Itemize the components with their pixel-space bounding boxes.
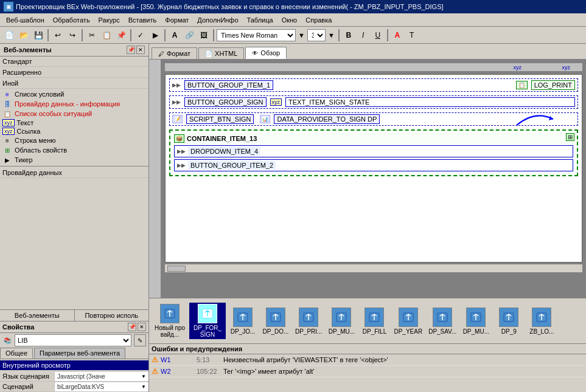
errors-panel: Ошибки и предупреждения ⚠ W1 5:13 Неизве… <box>149 343 586 392</box>
toolbar: 📄 📂 💾 ↩ ↪ ✂ 📋 📌 ✓ ▶ A 🔗 🖼 Times New Roma… <box>0 27 586 44</box>
container-name: CONTAINER_ITEM_13 <box>187 135 257 142</box>
toolbar-link[interactable]: 🔗 <box>183 29 196 42</box>
bottom-tabs: Веб-элементы Повторно исполь <box>0 309 148 322</box>
elem-text[interactable]: xyz Текст <box>0 119 148 127</box>
container-item-13[interactable]: 📦 CONTAINER_ITEM_13 ⊞ ▶▶ DROPDOWN_ITEM_4 <box>169 129 578 176</box>
font-name-select[interactable]: Times New Roman <box>217 29 296 41</box>
dp-label-3: DP_DO... <box>263 328 289 335</box>
toolbar-italic-btn[interactable]: I <box>357 29 370 42</box>
errors-header: Ошибки и предупреждения <box>149 344 586 354</box>
toolbar-redo[interactable]: ↪ <box>66 29 79 42</box>
lib-icon: 📚 <box>2 336 12 345</box>
prop-pin-btn[interactable]: 📌 <box>128 323 136 331</box>
h-scrollbar[interactable] <box>165 264 582 272</box>
dp-item-0[interactable]: Новый провайд... <box>152 303 188 339</box>
text-item-sign-state[interactable]: TEXT_ITEM_SIGN_STATE <box>285 97 575 107</box>
btn-group-sign[interactable]: BUTTON_GROUP_SIGN <box>184 97 267 107</box>
design-row-3[interactable]: 📝 SCRIPT_BTN_SIGN 📊 DATA_PROVIDER_TO_SIG… <box>169 112 578 126</box>
dp-label-5: DP_MU... <box>329 328 355 335</box>
menu-help[interactable]: Справка <box>302 15 335 25</box>
dp-item-8[interactable]: DP_SAV... <box>426 306 459 336</box>
prop-tab-general[interactable]: Общее <box>0 348 33 359</box>
menu-rakurs[interactable]: Ракурс <box>95 15 124 25</box>
elem-special-list[interactable]: 📋 Список особых ситуаций <box>0 109 148 119</box>
tab-overview[interactable]: 👁 Обзор <box>245 47 287 59</box>
toolbar-underline-btn[interactable]: U <box>371 29 385 42</box>
btn-group-item1[interactable]: BUTTON_GROUP_ITEM_1 <box>184 80 273 90</box>
dp-label-7: DP_YEAR <box>394 328 422 335</box>
lib-edit-btn[interactable]: ✎ <box>134 334 146 346</box>
xyz-ruler-right1: xyz <box>562 64 571 70</box>
menu-process[interactable]: Обработать <box>49 15 94 25</box>
elem-ticker[interactable]: ▶ Тикер <box>0 155 148 165</box>
dp-label-10: DP_9 <box>501 328 517 335</box>
dp-item-7[interactable]: DP_YEAR <box>391 306 425 336</box>
tab-reuse[interactable]: Повторно исполь <box>75 310 149 321</box>
dp-item-2[interactable]: DP_JO... <box>227 306 259 336</box>
prop-value-lang[interactable]: Javascript (Значе ▼ <box>55 372 148 381</box>
section-other: Иной <box>0 78 148 89</box>
dp-item-4[interactable]: DP_PRI... <box>293 306 324 336</box>
design-row-1[interactable]: ▶▶ BUTTON_GROUP_ITEM_1 📋 LOG_PRINT <box>169 78 578 92</box>
panel-pin-btn[interactable]: 📌 <box>127 46 135 54</box>
toolbar-color-text[interactable]: A <box>391 29 404 42</box>
toolbar-bold-btn[interactable]: B <box>342 29 355 42</box>
dp-item-3[interactable]: DP_DO... <box>260 306 291 336</box>
dropdown-item-4-label[interactable]: DROPDOWN_ITEM_4 <box>188 147 260 156</box>
prop-tabs: Общее Параметры веб-элемента <box>0 348 148 359</box>
dp-item-1[interactable]: DP_FOR_SIGN <box>189 303 226 339</box>
toolbar-color-bg[interactable]: T <box>405 29 419 42</box>
elem-menu-row[interactable]: ≡ Строка меню <box>0 136 148 145</box>
divider-dp <box>0 166 148 167</box>
dropdown-item-4[interactable]: ▶▶ DROPDOWN_ITEM_4 <box>174 145 573 157</box>
toolbar-undo[interactable]: ↩ <box>51 29 65 42</box>
menu-table[interactable]: Таблица <box>243 15 277 25</box>
tab-xhtml[interactable]: 📄 XHTML <box>198 47 244 59</box>
elem-data-provider-info[interactable]: 🗄 Провайдер данных - информация <box>0 99 148 109</box>
menu-web-template[interactable]: Веб-шаблон <box>2 15 48 25</box>
tab-format[interactable]: 🖊 Формат <box>152 47 197 59</box>
menu-format[interactable]: Формат <box>161 15 192 25</box>
script-btn-sign[interactable]: SCRIPT_BTN_SIGN <box>186 114 254 124</box>
lib-select[interactable]: LIB <box>15 334 131 346</box>
dp-item-9[interactable]: DP_MU... <box>460 306 492 336</box>
dp-item-6[interactable]: DP_FILL <box>358 306 390 336</box>
left-panel: Веб-элементы 📌 ✕ Стандарт Расширенно Ино… <box>0 44 149 392</box>
toolbar-new[interactable]: 📄 <box>2 29 16 42</box>
elem-link[interactable]: xyz Ссылка <box>0 127 148 136</box>
toolbar-open[interactable]: 📂 <box>17 29 30 42</box>
prop-close-btn[interactable]: ✕ <box>138 323 146 331</box>
dp-item-5[interactable]: DP_MU... <box>326 306 357 336</box>
log-print[interactable]: LOG_PRINT <box>531 80 575 90</box>
container-expand-icon[interactable]: ⊞ <box>566 133 574 141</box>
toolbar-check[interactable]: ✓ <box>134 29 147 42</box>
font-size-select[interactable]: 3 <box>307 29 326 41</box>
panel-close-btn[interactable]: ✕ <box>136 46 145 54</box>
button-group-item-2-label[interactable]: BUTTON_GROUP_ITEM_2 <box>188 161 276 170</box>
ticker-icon: ▶ <box>2 156 12 164</box>
panel-controls: 📌 ✕ <box>127 46 145 54</box>
toolbar-run[interactable]: ▶ <box>148 29 162 42</box>
menu-insert[interactable]: Вставить <box>125 15 161 25</box>
elem-conditions-list[interactable]: ≡ Список условий <box>0 89 148 99</box>
dp-item-10[interactable]: DP_9 <box>493 306 525 336</box>
scrollbar-thumb[interactable] <box>167 266 186 272</box>
tab-web-elements[interactable]: Веб-элементы <box>0 310 75 321</box>
toolbar-save[interactable]: 💾 <box>32 29 45 42</box>
canvas-container[interactable]: xyz xyz ▶▶ BUTTON_GROUP_ITEM_1 📋 LOG_PRI… <box>161 60 586 298</box>
toolbar-paste[interactable]: 📌 <box>114 29 128 42</box>
data-provider-to-sign[interactable]: DATA_PROVIDER_TO_SIGN DP <box>274 114 380 124</box>
prop-value-scenario[interactable]: biLargeData:KVS ▼ <box>55 382 148 391</box>
menu-window[interactable]: Окно <box>278 15 301 25</box>
toolbar-bold-format[interactable]: A <box>168 29 181 42</box>
toolbar-image[interactable]: 🖼 <box>197 29 211 42</box>
button-group-item-2[interactable]: ▶▶ BUTTON_GROUP_ITEM_2 <box>174 159 573 171</box>
menu-info[interactable]: ДополнИнфо <box>194 15 242 25</box>
dp-item-11[interactable]: ZB_LO... <box>526 306 557 336</box>
elem-properties-area[interactable]: ⊞ Область свойств <box>0 145 148 155</box>
warning-icon-1: ⚠ <box>152 356 158 364</box>
design-row-2[interactable]: ▶▶ BUTTON_GROUP_SIGN xyz TEXT_ITEM_SIGN_… <box>169 95 578 109</box>
toolbar-cut[interactable]: ✂ <box>85 29 99 42</box>
prop-tab-params[interactable]: Параметры веб-элемента <box>34 348 125 359</box>
toolbar-copy[interactable]: 📋 <box>100 29 113 42</box>
